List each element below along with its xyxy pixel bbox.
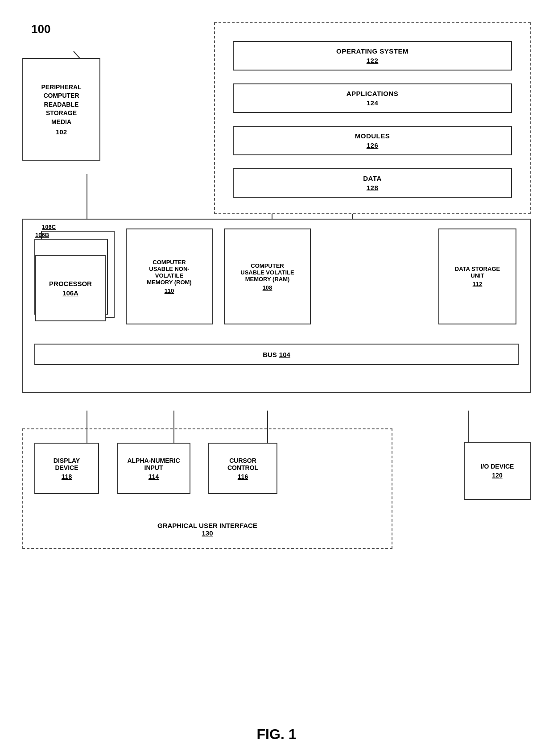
io-label: I/O DEVICE [481,463,514,470]
os-box: OPERATING SYSTEM 122 [233,41,512,71]
processor-ref: 106A [62,289,78,297]
alpha-input-label: ALPHA-NUMERICINPUT [127,457,180,471]
proc-106b-ref: 106B [35,232,49,238]
display-ref: 118 [62,473,72,480]
io-device-box: I/O DEVICE 120 [464,442,531,500]
bus-bar: BUS 104 [34,344,519,365]
modules-ref: 126 [237,141,508,149]
modules-label: MODULES [355,132,390,140]
processor-wrapper: 106C 106B PROCESSOR 106A [34,231,117,324]
gui-container: DISPLAYDEVICE 118 ALPHA-NUMERICINPUT 114… [22,428,392,549]
apps-box: APPLICATIONS 124 [233,83,512,113]
rom-label: COMPUTERUSABLE NON-VOLATILEMEMORY (ROM) [147,259,191,286]
data-storage-label: DATA STORAGEUNIT [455,266,500,279]
cursor-label: CURSORCONTROL [227,457,258,471]
peripheral-box: PERIPHERALCOMPUTERREADABLESTORAGEMEDIA 1… [22,58,100,161]
ram-label: COMPUTERUSABLE VOLATILEMEMORY (RAM) [240,262,294,282]
bus-ref: 104 [279,351,290,358]
rom-box: COMPUTERUSABLE NON-VOLATILEMEMORY (ROM) … [126,228,213,324]
data-storage-box: DATA STORAGEUNIT 112 [438,228,516,324]
diagram-number: 100 [31,22,50,36]
display-box: DISPLAYDEVICE 118 [34,443,99,494]
peripheral-label: PERIPHERALCOMPUTERREADABLESTORAGEMEDIA [41,83,81,125]
alpha-input-box: ALPHA-NUMERICINPUT 114 [117,443,190,494]
gui-text: GRAPHICAL USER INTERFACE [157,522,257,529]
os-ref: 122 [237,57,508,64]
display-label: DISPLAYDEVICE [54,457,80,471]
peripheral-ref: 102 [56,128,67,136]
cursor-box: CURSORCONTROL 116 [208,443,277,494]
os-label: OPERATING SYSTEM [336,47,409,55]
data-sw-ref: 128 [237,184,508,191]
apps-label: APPLICATIONS [347,90,399,97]
apps-ref: 124 [237,99,508,107]
gui-ref: 130 [23,529,392,537]
data-storage-ref: 112 [473,281,483,287]
ram-box: COMPUTERUSABLE VOLATILEMEMORY (RAM) 108 [224,228,311,324]
processor-label: PROCESSOR [49,280,92,287]
figure-label: FIG. 1 [257,726,297,743]
data-sw-box: DATA 128 [233,168,512,198]
cursor-ref: 116 [238,473,248,480]
proc-106b-box: 106B PROCESSOR 106A [34,239,108,315]
main-system-box: 106C 106B PROCESSOR 106A COMPUTERUSABLE … [22,219,531,393]
gui-label: GRAPHICAL USER INTERFACE 130 [23,522,392,537]
data-sw-label: DATA [363,174,381,182]
software-container: OPERATING SYSTEM 122 APPLICATIONS 124 MO… [214,22,531,214]
proc-106a-box: PROCESSOR 106A [35,255,106,321]
alpha-input-ref: 114 [149,473,159,480]
io-ref: 120 [492,472,502,479]
bus-label: BUS [263,351,277,358]
proc-106c-ref: 106C [42,224,56,230]
rom-ref: 110 [165,287,174,294]
modules-box: MODULES 126 [233,126,512,155]
ram-ref: 108 [263,284,272,291]
